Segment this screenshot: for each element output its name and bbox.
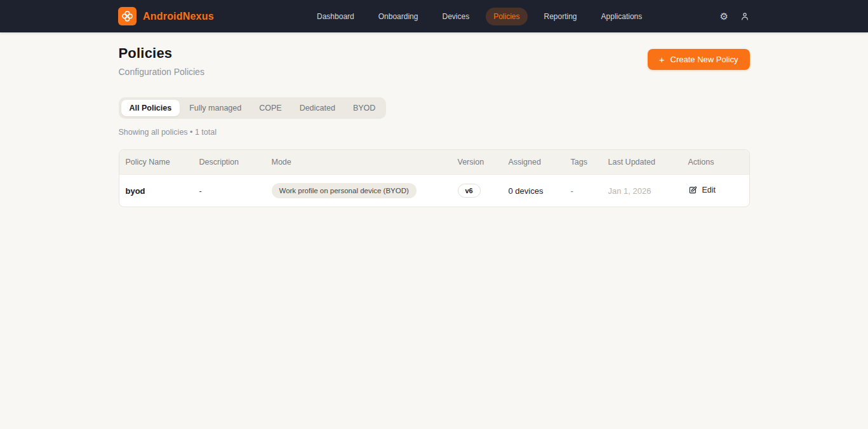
- create-new-policy-label: Create New Policy: [671, 55, 738, 64]
- header-actions: Actions: [682, 150, 749, 175]
- version-badge: v6: [458, 184, 481, 198]
- create-new-policy-button[interactable]: + Create New Policy: [648, 49, 750, 70]
- header-policy-name: Policy Name: [119, 150, 193, 175]
- policy-tags-cell: -: [564, 175, 602, 207]
- policies-table-card: Policy Name Description Mode Version Ass…: [119, 149, 750, 207]
- tab-cope[interactable]: COPE: [251, 100, 290, 116]
- policy-name-cell: byod: [119, 175, 193, 207]
- edit-label: Edit: [702, 186, 716, 194]
- brand-name: AndroidNexus: [143, 11, 214, 22]
- policies-summary: Showing all policies • 1 total: [119, 128, 750, 137]
- main-content: Policies Configuration Policies + Create…: [119, 32, 750, 207]
- edit-icon: [688, 186, 697, 194]
- nav-item-dashboard[interactable]: Dashboard: [309, 8, 362, 25]
- header-last-updated: Last Updated: [602, 150, 682, 175]
- policy-last-updated-cell: Jan 1, 2026: [602, 175, 682, 207]
- tab-fully-managed[interactable]: Fully managed: [181, 100, 250, 116]
- tab-dedicated[interactable]: Dedicated: [291, 100, 344, 116]
- mode-badge: Work profile on personal device (BYOD): [272, 183, 417, 198]
- tab-all-policies[interactable]: All Policies: [121, 100, 180, 116]
- page-header: Policies Configuration Policies + Create…: [119, 45, 750, 77]
- edit-button[interactable]: Edit: [688, 186, 716, 194]
- brand-logo-icon: [118, 7, 137, 25]
- nav-item-reporting[interactable]: Reporting: [537, 8, 585, 25]
- top-navbar: AndroidNexus Dashboard Onboarding Device…: [0, 0, 868, 32]
- tab-byod[interactable]: BYOD: [345, 100, 384, 116]
- policy-assigned-cell: 0 devices: [502, 175, 564, 207]
- header-description: Description: [193, 150, 265, 175]
- header-mode: Mode: [265, 150, 451, 175]
- nav-item-onboarding[interactable]: Onboarding: [371, 8, 426, 25]
- nav-links: Dashboard Onboarding Devices Policies Re…: [239, 8, 720, 25]
- page-subtitle: Configuration Policies: [119, 67, 204, 77]
- nav-icons: ⚙: [720, 11, 750, 22]
- table-header-row: Policy Name Description Mode Version Ass…: [119, 150, 749, 175]
- brand[interactable]: AndroidNexus: [118, 7, 214, 25]
- user-icon[interactable]: [740, 11, 750, 22]
- nav-item-applications[interactable]: Applications: [594, 8, 650, 25]
- policy-actions-cell: Edit: [682, 175, 749, 207]
- policy-mode-cell: Work profile on personal device (BYOD): [265, 175, 451, 207]
- policy-version-cell: v6: [451, 175, 502, 207]
- table-row: byod - Work profile on personal device (…: [119, 175, 749, 207]
- header-version: Version: [451, 150, 502, 175]
- plus-icon: +: [659, 55, 665, 64]
- header-tags: Tags: [564, 150, 602, 175]
- header-assigned: Assigned: [502, 150, 564, 175]
- policy-filter-tabs: All Policies Fully managed COPE Dedicate…: [119, 97, 387, 119]
- policies-table: Policy Name Description Mode Version Ass…: [119, 150, 749, 207]
- page-header-text: Policies Configuration Policies: [119, 45, 204, 77]
- nav-item-devices[interactable]: Devices: [434, 8, 477, 25]
- page-title: Policies: [119, 45, 204, 62]
- policy-description-cell: -: [193, 175, 265, 207]
- nav-item-policies[interactable]: Policies: [486, 8, 527, 25]
- settings-icon[interactable]: ⚙: [720, 11, 728, 21]
